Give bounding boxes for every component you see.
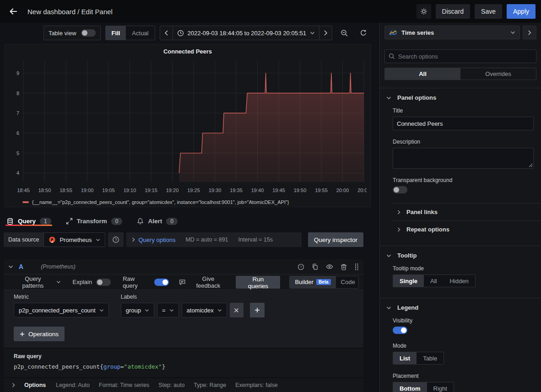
discard-button[interactable]: Discard [436, 4, 470, 19]
transparent-background-toggle[interactable] [393, 186, 407, 193]
clock-icon [177, 30, 184, 37]
svg-text:5: 5 [16, 150, 19, 156]
options-sidebar: Time series All Overrides Panel opt [379, 23, 541, 392]
metric-select[interactable]: p2p_connected_peers_count [14, 303, 109, 317]
drag-handle[interactable] [354, 263, 359, 270]
breadcrumb: New dashboard / Edit Panel [27, 8, 113, 16]
actual-option[interactable]: Actual [126, 26, 154, 40]
datasource-help-button[interactable]: ? [108, 232, 124, 247]
top-bar-left: New dashboard / Edit Panel [5, 4, 113, 19]
table-view-toggle[interactable] [81, 29, 96, 37]
zoom-out-icon [341, 29, 348, 37]
save-button[interactable]: Save [475, 4, 502, 19]
options-exemplars: Exemplars: false [235, 382, 277, 388]
panel-title: Connected Peers [10, 47, 366, 58]
give-feedback-link[interactable]: Give feedback [179, 275, 227, 289]
section-tooltip: Tooltip Tooltip mode Single All Hidden [380, 246, 541, 290]
zoom-out-button[interactable] [337, 26, 352, 40]
tab-all[interactable]: All [385, 68, 460, 80]
datasource-select[interactable]: Prometheus [43, 232, 105, 247]
tab-transform[interactable]: Transform 0 [65, 217, 124, 225]
tooltip-header[interactable]: Tooltip [380, 252, 541, 259]
toggle-viz-picker-button[interactable] [523, 26, 536, 39]
chevron-left-icon [164, 30, 168, 36]
viz-picker-row: Time series [384, 26, 536, 39]
panel-connected-peers[interactable]: Connected Peers 18:4518:5018:5519:0019:0… [5, 44, 371, 207]
panel-description-textarea[interactable] [393, 148, 534, 169]
query-editor-card: A (Prometheus) ? Query patterns [4, 259, 363, 392]
dashboard-settings-button[interactable] [417, 4, 431, 19]
explain-label: Explain [73, 279, 92, 285]
time-series-viz-icon [389, 29, 397, 36]
remove-label-filter-button[interactable] [230, 303, 243, 317]
query-row-header[interactable]: A (Prometheus) ? [4, 259, 363, 274]
main-column: Table view Fill Actual 2022-09-03 18:44:… [0, 23, 375, 392]
search-options-input[interactable] [398, 53, 532, 60]
query-options-footer[interactable]: Options Legend: Auto Format: Time series… [4, 377, 363, 392]
transform-icon [66, 218, 73, 225]
tooltip-mode-all[interactable]: All [424, 275, 443, 287]
search-icon [389, 53, 395, 59]
fill-option[interactable]: Fill [106, 26, 126, 40]
options-format: Format: Time series [99, 382, 149, 388]
visibility-label: Visibility [393, 317, 534, 324]
svg-text:?: ? [300, 265, 302, 269]
query-help-button[interactable]: ? [298, 263, 304, 270]
panel-options-header[interactable]: Panel options [380, 94, 541, 101]
label-filter-row: group = atomicdex [121, 303, 265, 317]
refresh-button[interactable] [356, 26, 371, 40]
legend-header[interactable]: Legend [380, 304, 541, 311]
svg-text:8: 8 [16, 91, 19, 96]
duplicate-query-button[interactable] [312, 263, 319, 270]
time-range-button[interactable]: 2022-09-03 18:44:05 to 2022-09-03 20:05:… [173, 26, 319, 40]
label-name-select[interactable]: group [121, 303, 154, 317]
labels-label: Labels [121, 294, 265, 300]
label-value-select[interactable]: atomicdex [182, 303, 227, 317]
panel-links-row[interactable]: Panel links [392, 203, 541, 220]
tooltip-mode-single[interactable]: Single [393, 275, 424, 287]
tab-overrides[interactable]: Overrides [460, 68, 536, 80]
repeat-options-row[interactable]: Repeat options [392, 220, 541, 238]
tab-query-label: Query [18, 218, 36, 225]
tooltip-mode-hidden[interactable]: Hidden [443, 275, 475, 287]
grafana-edit-panel-app: New dashboard / Edit Panel Discard Save … [0, 0, 541, 392]
legend-mode-table[interactable]: Table [417, 352, 444, 364]
code-option[interactable]: Code [336, 276, 359, 288]
query-options-toggle[interactable]: Query options [132, 236, 176, 243]
chevron-down-icon [56, 280, 61, 284]
hide-query-button[interactable] [326, 263, 333, 270]
delete-query-button[interactable] [341, 263, 347, 270]
raw-query-toggle[interactable] [154, 279, 169, 286]
legend-visibility-toggle[interactable] [393, 327, 407, 334]
chart-legend[interactable]: {__name__="p2p_connected_peers_count", g… [22, 199, 366, 205]
add-label-filter-button[interactable] [250, 303, 265, 317]
tab-query[interactable]: Query 1 [5, 217, 52, 225]
description-label: Description [393, 139, 534, 145]
builder-option[interactable]: Builder Beta [290, 276, 335, 288]
resize-grip-icon[interactable] [529, 163, 533, 167]
query-inspector-button[interactable]: Query inspector [308, 232, 363, 247]
back-button[interactable] [5, 4, 21, 19]
tab-alert[interactable]: Alert 0 [136, 217, 178, 225]
panel-title-input[interactable] [393, 117, 534, 130]
legend-placement-bottom[interactable]: Bottom [393, 382, 427, 392]
description-wrapper [393, 148, 534, 169]
visualization-select[interactable]: Time series [384, 26, 520, 39]
time-forward-button[interactable] [319, 26, 332, 40]
query-datasource-hint: (Prometheus) [41, 263, 76, 270]
query-patterns-dropdown[interactable]: Query patterns [14, 275, 61, 289]
legend-mode-list[interactable]: List [393, 352, 417, 364]
apply-button[interactable]: Apply [507, 4, 536, 19]
datasource-label: Data source [4, 232, 43, 247]
time-series-chart[interactable]: 18:4518:5018:5519:0019:0519:1019:1519:20… [10, 58, 367, 199]
add-operations-button[interactable]: Operations [14, 327, 65, 341]
legend-body: Visibility Mode List Table Placement Bot… [380, 317, 541, 392]
time-back-button[interactable] [160, 26, 173, 40]
label-operator-select[interactable]: = [157, 303, 179, 317]
explain-toggle[interactable] [96, 279, 111, 286]
fill-actual-group: Fill Actual [105, 26, 155, 40]
run-queries-button[interactable]: Run queries [236, 276, 280, 289]
legend-placement-right[interactable]: Right [427, 382, 454, 392]
tab-alert-label: Alert [148, 218, 162, 225]
query-options-bar: Query options MD = auto = 891 Interval =… [126, 232, 302, 247]
